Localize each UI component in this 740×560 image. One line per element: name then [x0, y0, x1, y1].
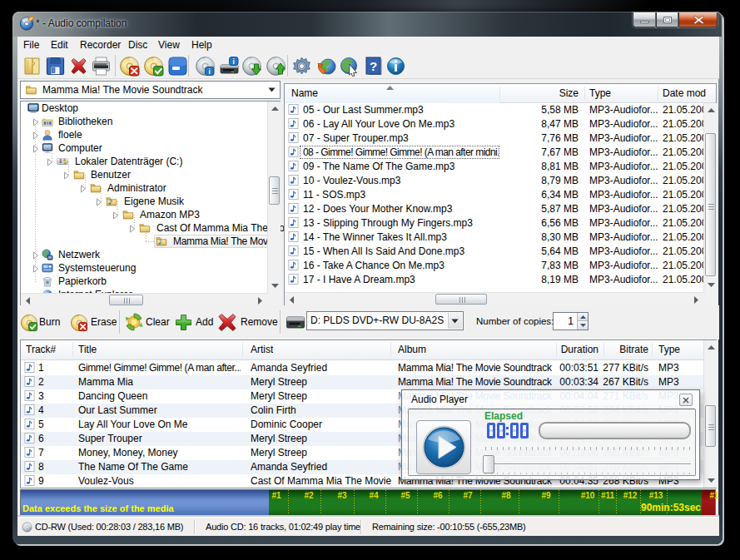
svg-text:i: i — [209, 67, 211, 76]
svg-text:?: ? — [370, 59, 377, 73]
svg-text:i: i — [233, 57, 235, 66]
